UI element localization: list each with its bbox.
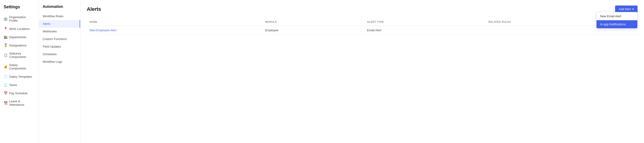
sidebar-item-pay-schedule[interactable]: 📅 Pay Schedule [0,89,39,97]
automation-nav-item-workflow-logs[interactable]: Workflow Logs [39,58,80,66]
automation-sidebar: Automation Workflow RulesAlertsWebhooksC… [39,0,80,143]
column-header-module: MODULE [262,18,364,26]
work-locations-icon: 📍 [4,27,7,31]
sidebar-item-salary-templates[interactable]: 📄 Salary Templates [0,72,39,81]
automation-nav-label: Alerts [43,22,50,26]
add-alert-button[interactable]: Add Alert ▾ [615,6,638,13]
settings-title: Settings [0,5,39,13]
alerts-table: NAMEMODULEALERT TYPERELATED RULES New Em… [87,18,638,35]
column-header-name: NAME [87,18,262,26]
salary-templates-icon: 📄 [4,75,7,78]
page-header: Alerts Add Alert ▾ [87,6,638,13]
add-alert-label: Add Alert [619,7,631,11]
organisation-profile-icon: 🏢 [4,17,7,21]
salary-components-icon: 💰 [4,65,7,69]
automation-nav-item-workflow-rules[interactable]: Workflow Rules [39,13,80,20]
taxes-icon: 🧾 [4,83,7,87]
sidebar-item-label: Organisation Profile [9,16,35,22]
column-header-alert_type: ALERT TYPE [364,18,486,26]
automation-nav-label: Field Updates [43,45,61,48]
automation-nav: Workflow RulesAlertsWebhooksCustom Funct… [39,13,80,66]
alert-name-link[interactable]: New Employee Alert [90,29,116,32]
table-header: NAMEMODULEALERT TYPERELATED RULES [87,18,638,26]
sidebar-item-salary-components[interactable]: 💰 Salary Components [0,61,39,72]
sidebar-item-designations[interactable]: 🏅 Designations [0,41,39,49]
sidebar-item-organisation-profile[interactable]: 🏢 Organisation Profile [0,13,39,25]
sidebar-item-departments[interactable]: 🏬 Departments [0,33,39,41]
sidebar-item-label: Leave & Attendance [9,99,35,106]
settings-nav: 🏢 Organisation Profile 📍 Work Locations … [0,13,39,109]
add-alert-dropdown: New Email AlertIn-app Notifications [596,12,638,29]
sidebar-item-label: Work Locations [9,27,30,31]
settings-sidebar: Settings 🏢 Organisation Profile 📍 Work L… [0,0,39,143]
automation-nav-item-field-updates[interactable]: Field Updates [39,43,80,50]
sidebar-item-leave-attendance[interactable]: 📆 Leave & Attendance [0,97,39,109]
sidebar-item-label: Pay Schedule [9,91,28,95]
page-title: Alerts [87,6,101,12]
sidebar-item-label: Salary Templates [9,75,32,78]
statutory-components-icon: 📋 [4,53,7,57]
automation-nav-item-schedules[interactable]: Schedules [39,50,80,58]
automation-nav-label: Schedules [43,52,57,56]
automation-nav-label: Webhooks [43,30,57,33]
automation-nav-item-alerts[interactable]: Alerts [39,20,80,28]
dropdown-item-in-app-notifications[interactable]: In-app Notifications [596,20,637,28]
main-content: Alerts Add Alert ▾ NAMEMODULEALERT TYPER… [80,0,644,143]
alert-name-cell: New Employee Alert [87,26,262,35]
sidebar-item-label: Salary Components [9,63,35,70]
table-header-row: NAMEMODULEALERT TYPERELATED RULES [87,18,638,26]
automation-nav-label: Workflow Rules [43,15,63,18]
sidebar-item-label: Designations [9,44,26,47]
leave-attendance-icon: 📆 [4,101,7,105]
dropdown-item-new-email-alert[interactable]: New Email Alert [596,12,637,20]
sidebar-item-taxes[interactable]: 🧾 Taxes [0,81,39,89]
automation-nav-label: Workflow Logs [43,60,62,63]
sidebar-item-label: Statutory Components [9,52,35,59]
designations-icon: 🏅 [4,44,7,47]
pay-schedule-icon: 📅 [4,91,7,95]
departments-icon: 🏬 [4,35,7,39]
automation-nav-item-webhooks[interactable]: Webhooks [39,28,80,35]
sidebar-item-work-locations[interactable]: 📍 Work Locations [0,25,39,33]
table-body: New Employee AlertEmployeeEmail Alert [87,26,638,35]
automation-title: Automation [39,5,80,13]
alert-type-cell: Email Alert [364,26,486,35]
table-row: New Employee AlertEmployeeEmail Alert [87,26,638,35]
sidebar-item-statutory-components[interactable]: 📋 Statutory Components [0,49,39,61]
sidebar-item-label: Taxes [9,83,17,87]
sidebar-item-label: Departments [9,35,26,39]
alert-module-cell: Employee [262,26,364,35]
automation-nav-item-custom-functions[interactable]: Custom Functions [39,35,80,43]
chevron-down-icon: ▾ [632,7,634,11]
automation-nav-label: Custom Functions [43,37,67,41]
